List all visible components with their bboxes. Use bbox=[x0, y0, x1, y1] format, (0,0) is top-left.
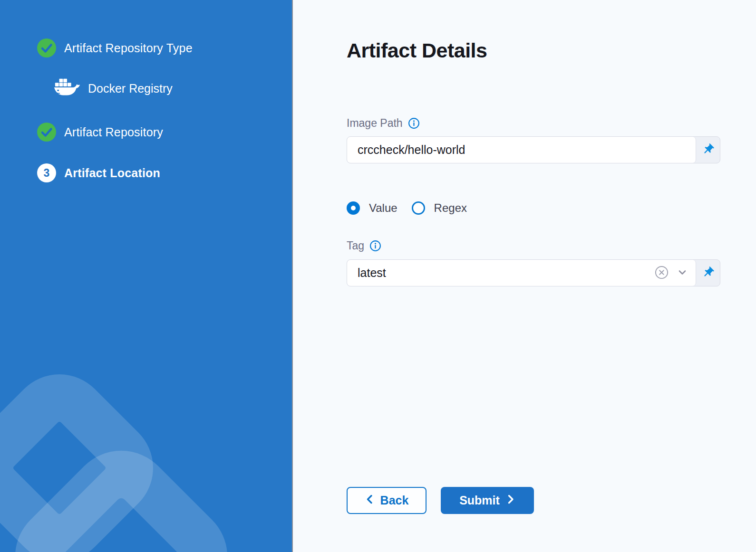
image-path-label: Image Path bbox=[347, 117, 403, 130]
submit-button[interactable]: Submit bbox=[441, 487, 534, 514]
wizard-footer: Back Submit bbox=[347, 487, 756, 514]
info-icon[interactable] bbox=[369, 240, 381, 252]
brand-watermark-logo bbox=[0, 329, 292, 552]
step-list: Artifact Repository Type bbox=[0, 0, 292, 182]
docker-icon bbox=[53, 76, 81, 100]
tag-label-row: Tag bbox=[347, 238, 756, 253]
tag-input[interactable] bbox=[358, 266, 654, 280]
radio-unselected-icon bbox=[412, 201, 425, 215]
step-label: Artifact Repository Type bbox=[64, 41, 193, 55]
substep-docker-registry[interactable]: Docker Registry bbox=[53, 75, 292, 102]
info-icon[interactable] bbox=[408, 117, 420, 129]
pin-icon bbox=[702, 143, 715, 157]
image-path-input-wrap bbox=[347, 137, 696, 163]
chevron-left-icon bbox=[365, 494, 374, 508]
step-artifact-repository[interactable]: Artifact Repository bbox=[37, 123, 292, 142]
circle-x-icon bbox=[654, 265, 669, 281]
chevron-right-icon bbox=[506, 494, 515, 508]
image-path-input-group bbox=[347, 136, 720, 163]
match-type-radio-group: Value Regex bbox=[347, 201, 756, 215]
step-number-badge: 3 bbox=[37, 163, 56, 182]
clear-tag-button[interactable] bbox=[654, 265, 669, 281]
step-label: Artifact Location bbox=[64, 166, 160, 180]
tag-dropdown-button[interactable] bbox=[677, 266, 688, 279]
radio-option-value[interactable]: Value bbox=[347, 201, 397, 215]
check-circle-icon bbox=[37, 123, 56, 142]
radio-selected-icon bbox=[347, 201, 360, 215]
step-artifact-location[interactable]: 3 Artifact Location bbox=[37, 163, 292, 182]
back-button[interactable]: Back bbox=[347, 487, 426, 514]
tag-label: Tag bbox=[347, 239, 364, 252]
tag-input-trailing-icons bbox=[654, 265, 688, 281]
radio-option-regex[interactable]: Regex bbox=[412, 201, 467, 215]
pin-icon bbox=[702, 266, 715, 280]
wizard-dialog: Artifact Repository Type bbox=[0, 0, 756, 552]
chevron-down-icon bbox=[677, 266, 688, 279]
step-artifact-repository-type[interactable]: Artifact Repository Type bbox=[37, 38, 292, 57]
tag-input-wrap bbox=[347, 260, 696, 286]
pin-runtime-input-button[interactable] bbox=[696, 137, 720, 163]
submit-button-label: Submit bbox=[459, 494, 500, 507]
image-path-label-row: Image Path bbox=[347, 116, 756, 130]
wizard-sidebar: Artifact Repository Type bbox=[0, 0, 293, 552]
image-path-input[interactable] bbox=[358, 143, 688, 157]
tag-input-group bbox=[347, 259, 720, 286]
radio-label: Regex bbox=[434, 201, 467, 215]
pin-runtime-input-button[interactable] bbox=[696, 260, 720, 286]
page-title: Artifact Details bbox=[347, 39, 756, 62]
radio-label: Value bbox=[369, 201, 397, 215]
back-button-label: Back bbox=[380, 494, 409, 507]
step-label: Artifact Repository bbox=[64, 125, 163, 139]
substep-label: Docker Registry bbox=[88, 82, 173, 95]
check-circle-icon bbox=[37, 38, 56, 57]
artifact-details-panel: Artifact Details Image Path bbox=[293, 0, 756, 552]
